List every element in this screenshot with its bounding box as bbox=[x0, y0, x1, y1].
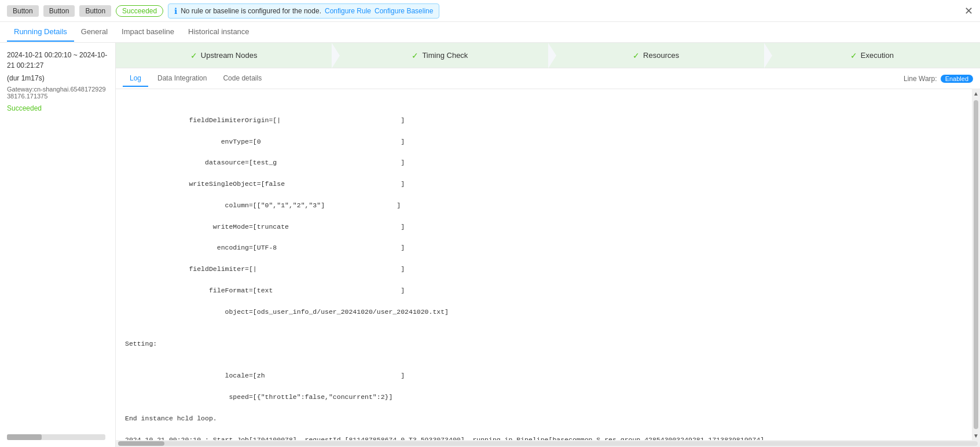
step-resources-check: ✓ bbox=[633, 51, 640, 60]
log-content: fieldDelimiterOrigin=[| ] envType=[0 ] d… bbox=[116, 89, 972, 440]
tab-general[interactable]: General bbox=[74, 23, 115, 42]
duration: (dur 1m17s) bbox=[7, 73, 108, 83]
log-line: envType=[0 ] bbox=[125, 137, 963, 147]
left-scrollbar[interactable] bbox=[7, 434, 105, 440]
step-resources: ✓ Resources bbox=[548, 43, 764, 68]
step-upstream-check: ✓ bbox=[190, 51, 197, 60]
info-banner: ℹ No rule or baseline is configured for … bbox=[168, 3, 439, 19]
scrollbar-thumb[interactable] bbox=[118, 441, 164, 446]
log-line: 2024-10-21 00:20:10 : Start Job[17041000… bbox=[125, 435, 963, 441]
date-range: 2024-10-21 00:20:10 ~ 2024-10-21 00:21:2… bbox=[7, 50, 108, 71]
line-wrap-toggle[interactable]: Enabled bbox=[941, 75, 973, 83]
step-execution-label: Execution bbox=[861, 51, 894, 60]
info-icon: ℹ bbox=[174, 6, 177, 16]
log-line: fileFormat=[text ] bbox=[125, 285, 963, 296]
log-line: fieldDelimiter=[| ] bbox=[125, 264, 963, 274]
bottom-scrollbar[interactable] bbox=[116, 440, 980, 447]
log-area: Log Data Integration Code details Line W… bbox=[116, 68, 980, 440]
tab-impact-baseline[interactable]: Impact baseline bbox=[115, 23, 181, 42]
main-tabs: Running Details General Impact baseline … bbox=[0, 22, 980, 43]
close-button[interactable]: ✕ bbox=[964, 5, 973, 17]
log-line: column=[["0","1","2","3"] ] bbox=[125, 200, 963, 211]
line-wrap-label: Line Warp: bbox=[904, 75, 937, 83]
pipeline-steps: ✓ Upstream Nodes ✓ Timing Check ✓ Resour… bbox=[116, 43, 980, 68]
log-tab-code-details[interactable]: Code details bbox=[216, 71, 269, 87]
log-line: object=[ods_user_info_d/user_20241020/us… bbox=[125, 307, 963, 317]
log-line: Setting: bbox=[125, 339, 963, 349]
log-tabs: Log Data Integration Code details Line W… bbox=[116, 68, 980, 89]
log-line: speed=[{"throttle":false,"concurrent":2}… bbox=[125, 392, 963, 402]
info-text: No rule or baseline is configured for th… bbox=[181, 7, 321, 15]
log-tab-log[interactable]: Log bbox=[123, 71, 148, 87]
step-upstream: ✓ Upstream Nodes bbox=[116, 43, 332, 68]
right-scrollbar[interactable]: ▲ ▼ bbox=[972, 89, 980, 440]
right-panel: ✓ Upstream Nodes ✓ Timing Check ✓ Resour… bbox=[116, 43, 980, 447]
step-upstream-label: Upstream Nodes bbox=[201, 51, 258, 60]
btn3[interactable]: Button bbox=[79, 5, 111, 17]
left-panel: 2024-10-21 00:20:10 ~ 2024-10-21 00:21:2… bbox=[0, 43, 116, 447]
log-line: locale=[zh ] bbox=[125, 371, 963, 381]
left-status: Succeeded bbox=[7, 104, 108, 112]
log-line: fieldDelimiterOrigin=[| ] bbox=[125, 115, 963, 126]
scroll-up-icon[interactable]: ▲ bbox=[972, 89, 980, 98]
log-line: datasource=[test_g ] bbox=[125, 157, 963, 168]
log-line: writeMode=[truncate ] bbox=[125, 222, 963, 232]
log-tab-data-integration[interactable]: Data Integration bbox=[151, 71, 214, 87]
btn1[interactable]: Button bbox=[7, 5, 39, 17]
main-layout: 2024-10-21 00:20:10 ~ 2024-10-21 00:21:2… bbox=[0, 43, 980, 447]
line-wrap-area: Line Warp: Enabled bbox=[904, 75, 973, 83]
tab-running-details[interactable]: Running Details bbox=[7, 23, 74, 42]
tab-historical-instance[interactable]: Historical instance bbox=[181, 23, 256, 42]
step-execution-check: ✓ bbox=[850, 51, 857, 60]
scroll-down-icon[interactable]: ▼ bbox=[972, 431, 980, 440]
step-resources-label: Resources bbox=[643, 51, 679, 60]
btn2[interactable]: Button bbox=[43, 5, 75, 17]
scroll-thumb[interactable] bbox=[974, 100, 978, 429]
scrollbar-track bbox=[118, 441, 978, 446]
log-line: encoding=[UTF-8 ] bbox=[125, 243, 963, 253]
top-bar: Button Button Button Succeeded ℹ No rule… bbox=[0, 0, 980, 22]
status-badge: Succeeded bbox=[116, 5, 163, 17]
log-line: End instance hcld loop. bbox=[125, 413, 963, 424]
top-bar-left: Button Button Button Succeeded ℹ No rule… bbox=[7, 3, 439, 19]
step-timing-label: Timing Check bbox=[422, 51, 468, 60]
step-timing: ✓ Timing Check bbox=[332, 43, 548, 68]
configure-rule-link[interactable]: Configure Rule bbox=[325, 7, 371, 15]
step-timing-check: ✓ bbox=[412, 51, 419, 60]
step-execution: ✓ Execution bbox=[764, 43, 980, 68]
gateway-info: Gateway:cn-shanghai.654817292938176.1713… bbox=[7, 86, 108, 100]
configure-baseline-link[interactable]: Configure Baseline bbox=[375, 7, 433, 15]
log-line: writeSingleObject=[false ] bbox=[125, 179, 963, 189]
